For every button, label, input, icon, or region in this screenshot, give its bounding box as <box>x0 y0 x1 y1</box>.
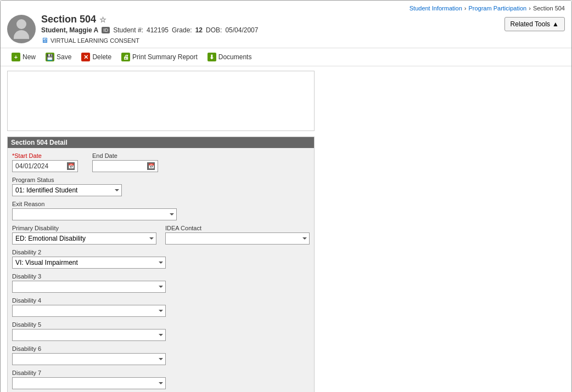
print-icon: 🖨 <box>121 53 130 61</box>
start-date-value: 04/01/2024 <box>15 162 65 170</box>
disability5-label: Disability 5 <box>12 321 166 328</box>
save-button[interactable]: 💾 Save <box>41 50 76 64</box>
start-date-calendar-icon[interactable]: 📅 <box>67 162 75 170</box>
new-label: New <box>23 53 36 61</box>
disability7-select[interactable] <box>12 377 166 389</box>
primary-disability-label: Primary Disability <box>12 225 156 231</box>
start-date-label: *Start Date <box>12 152 83 159</box>
disability6-label: Disability 6 <box>12 345 166 352</box>
page-title: Section 504 ☆ <box>41 14 258 25</box>
related-tools-label: Related Tools <box>511 20 551 28</box>
delete-icon: ✕ <box>81 53 90 61</box>
disability4-label: Disability 4 <box>12 297 166 304</box>
program-status-label: Program Status <box>12 177 122 183</box>
student-dob: 05/04/2007 <box>225 26 258 34</box>
breadcrumb-student-information[interactable]: Student Information <box>410 5 462 12</box>
disability2-label: Disability 2 <box>12 249 166 255</box>
related-tools-button[interactable]: Related Tools ▲ <box>504 17 565 31</box>
student-name: Student, Maggie A <box>41 26 98 34</box>
exit-reason-select[interactable] <box>12 208 177 220</box>
save-label: Save <box>57 53 71 61</box>
program-status-select[interactable]: 01: Identified Student 02: Exited 03: Tr… <box>12 184 122 196</box>
exit-reason-label: Exit Reason <box>12 201 177 207</box>
idea-contact-label: IDEA Contact <box>165 225 310 231</box>
documents-icon: ⬇ <box>208 53 216 61</box>
breadcrumb-current: Section 504 <box>533 5 565 12</box>
student-grade: 12 <box>195 26 203 34</box>
main-content: Section 504 Detail *Start Date 04/01/202… <box>1 66 571 392</box>
student-number-label: Student #: <box>113 26 143 34</box>
disability7-label: Disability 7 <box>12 370 166 376</box>
notes-area[interactable] <box>7 71 315 131</box>
delete-label: Delete <box>92 53 111 61</box>
breadcrumb-program-participation[interactable]: Program Participation <box>468 5 526 12</box>
disability3-label: Disability 3 <box>12 273 166 280</box>
toolbar: + New 💾 Save ✕ Delete 🖨 Print Summary Re… <box>1 48 571 66</box>
section-detail-header: Section 504 Detail <box>8 137 314 148</box>
save-icon: 💾 <box>46 53 54 61</box>
end-date-calendar-icon[interactable]: 📅 <box>147 162 155 170</box>
breadcrumb: Student Information › Program Participat… <box>7 5 565 14</box>
primary-disability-select[interactable]: ED: Emotional Disability VI: Visual Impa… <box>12 232 156 245</box>
disability6-select[interactable] <box>12 353 166 365</box>
documents-label: Documents <box>218 53 252 61</box>
end-date-input[interactable]: 📅 <box>92 160 158 172</box>
grade-label: Grade: <box>172 26 192 34</box>
monitor-icon: 🖥 <box>41 36 48 44</box>
virtual-consent-text: VIRTUAL LEARNING CONSENT <box>51 37 139 44</box>
new-button[interactable]: + New <box>7 50 40 64</box>
start-date-input[interactable]: 04/01/2024 📅 <box>12 160 78 172</box>
student-number: 412195 <box>147 26 169 34</box>
disability2-select[interactable]: VI: Visual Impairment ED: Emotional Disa… <box>12 257 166 269</box>
disability5-select[interactable] <box>12 329 166 341</box>
disability4-select[interactable] <box>12 305 166 317</box>
delete-button[interactable]: ✕ Delete <box>77 50 116 64</box>
new-icon: + <box>12 53 20 61</box>
id-icon: ID <box>102 27 110 33</box>
end-date-label: End Date <box>92 152 164 159</box>
avatar <box>7 15 36 43</box>
chevron-up-icon: ▲ <box>552 20 559 28</box>
documents-button[interactable]: ⬇ Documents <box>203 50 256 64</box>
dob-label: DOB: <box>206 26 222 34</box>
disability3-select[interactable] <box>12 281 166 293</box>
print-label: Print Summary Report <box>132 53 198 61</box>
star-icon[interactable]: ☆ <box>99 15 106 24</box>
section-detail-panel: Section 504 Detail *Start Date 04/01/202… <box>7 137 315 392</box>
idea-contact-select[interactable] <box>165 232 310 245</box>
print-button[interactable]: 🖨 Print Summary Report <box>117 50 202 64</box>
